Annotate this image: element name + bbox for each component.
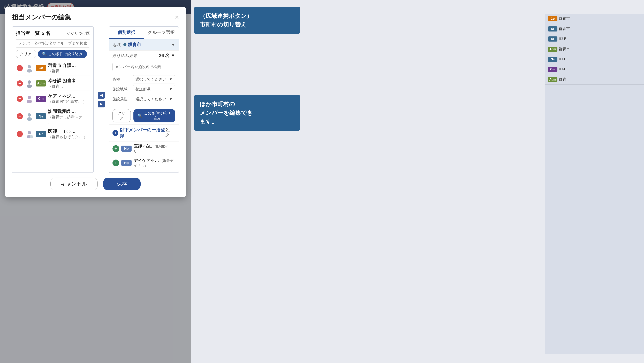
bg-list-item: Adm群青市 xyxy=(545,44,644,54)
svg-point-5 xyxy=(26,100,32,103)
member-info: 医師 （○○… （群青あおぞらク… ） xyxy=(48,128,87,139)
search-icon-right: 🔍 xyxy=(138,114,142,118)
region-label: 地域 xyxy=(112,42,121,47)
svg-point-3 xyxy=(26,84,32,88)
member-name: 訪問看護師 … xyxy=(48,108,89,114)
avatar xyxy=(25,112,34,121)
candidate-info: 医師 ○△□ （IIJ-BDクリ… ） xyxy=(134,144,175,154)
annotation-box-1: （広域連携ボタン） 市町村の切り替え xyxy=(194,7,300,34)
role-badge: Co xyxy=(36,65,46,71)
left-panel-header: 担当者一覧 5 名 かかりつけ医 xyxy=(16,30,90,37)
right-panel: 個別選択 グループ選択 地域 群青市 ▼ 絞り込み結果 26 名 ▼ 職種 xyxy=(109,26,179,173)
svg-point-4 xyxy=(28,96,31,99)
remove-member-button[interactable]: − xyxy=(17,96,23,102)
filter-select[interactable]: 選択してください ▼ xyxy=(133,95,175,103)
bg-list-item: NsIIJ-B... xyxy=(545,54,644,64)
right-filter-row: クリア 🔍 この条件で絞り込み xyxy=(109,107,178,125)
bg-badge: Adm xyxy=(548,77,558,82)
search-icon: 🔍 xyxy=(42,52,47,56)
region-name: 群青市 xyxy=(128,42,141,48)
right-clear-button[interactable]: クリア xyxy=(112,109,131,122)
bg-list-item: Co群青市 xyxy=(545,14,644,24)
candidate-list: + Hp 医師 ○△□ （IIJ-BDクリ… ） + Hp デイケアセ… （群青… xyxy=(109,141,178,172)
chevron-down-icon: ▼ xyxy=(169,97,173,101)
member-list: − Co 群青市 介護… （群青… ） − Adm 幸せ課 担当者 （群青… ）… xyxy=(16,61,90,169)
cancel-button[interactable]: キャンセル xyxy=(50,178,98,190)
modal-title: 担当メンバーの編集 xyxy=(12,13,71,22)
member-item: − Co 群青市 介護… （群青… ） xyxy=(16,61,90,75)
candidate-item: + Hp 医師 ○△□ （IIJ-BDクリ… ） xyxy=(112,141,175,156)
candidate-role-badge: Hp xyxy=(121,146,132,152)
arrow-left-button[interactable]: ◀ xyxy=(98,92,105,99)
candidate-info: △△ 在宅ク… （群青在宅クリ… ） xyxy=(134,172,175,172)
left-search-input[interactable] xyxy=(16,39,90,47)
tabs-row: 個別選択 グループ選択 xyxy=(109,27,178,39)
arrow-buttons: ◀ ▶ xyxy=(97,26,105,173)
candidate-name: 医師 ○△□ xyxy=(134,144,152,148)
bg-badge: Dr xyxy=(548,36,558,41)
filter-field-row: 職種 選択してください ▼ xyxy=(112,75,175,83)
close-button[interactable]: × xyxy=(175,14,179,21)
svg-point-0 xyxy=(28,65,31,68)
bg-list-item: DrIIJ-B... xyxy=(545,34,644,44)
right-filter-button[interactable]: 🔍 この条件で絞り込み xyxy=(134,109,175,122)
candidate-name: デイケアセ… xyxy=(134,158,159,163)
role-badge: Adm xyxy=(36,80,46,86)
right-search-input[interactable] xyxy=(112,63,175,71)
avatar xyxy=(25,130,34,138)
filter-select[interactable]: 都道府県 ▼ xyxy=(133,85,175,93)
result-count: 26 名 ▼ xyxy=(159,53,175,58)
member-item: − Dr 医師 （○○… （群青あおぞらク… ） xyxy=(16,127,90,141)
bg-badge: Dr xyxy=(548,26,558,31)
annotation-line4: メンバーを編集でき xyxy=(200,108,294,117)
annotation-line2: 市町村の切り替え xyxy=(200,20,294,29)
filter-select[interactable]: 選択してください ▼ xyxy=(133,75,175,83)
add-member-button[interactable]: + xyxy=(112,160,119,166)
member-org: （群青あおぞらク… ） xyxy=(48,134,87,139)
svg-point-6 xyxy=(28,113,31,117)
candidate-item: + Hp デイケアセ… （群青デイサ… ） xyxy=(112,156,175,170)
filter-field-label: 施設属性 xyxy=(112,96,133,102)
remove-member-button[interactable]: − xyxy=(17,65,23,71)
region-row: 地域 群青市 ▼ xyxy=(109,39,178,50)
chevron-down-icon: ▼ xyxy=(169,77,173,81)
left-clear-button[interactable]: クリア xyxy=(16,50,36,58)
arrow-right-button[interactable]: ▶ xyxy=(98,101,105,107)
tab-individual[interactable]: 個別選択 xyxy=(109,27,144,39)
bg-badge: Ns xyxy=(548,57,558,62)
result-row: 絞り込み結果 26 名 ▼ xyxy=(109,50,178,61)
left-filter-button[interactable]: 🔍 この条件で絞り込み xyxy=(38,50,87,58)
add-member-button[interactable]: + xyxy=(112,145,119,152)
remove-member-button[interactable]: − xyxy=(17,131,23,137)
member-name: 群青市 介護… xyxy=(48,62,76,68)
result-arrow-icon: ▼ xyxy=(171,53,175,58)
remove-member-button[interactable]: − xyxy=(17,80,23,86)
annotation-line3: ほか市町村の xyxy=(200,100,294,108)
bg-list: Co群青市Dr群青市DrIIJ-B...Adm群青市NsIIJ-B...CmII… xyxy=(545,14,644,354)
svg-point-7 xyxy=(26,117,32,121)
panel-title: 担当者一覧 xyxy=(16,30,40,37)
tab-group[interactable]: グループ選択 xyxy=(144,27,178,39)
annotation-area: （広域連携ボタン） 市町村の切り替え ほか市町村の メンバーを編集でき ます。 xyxy=(194,7,300,131)
candidate-paren: ） xyxy=(144,164,148,167)
role-badge: Dr xyxy=(36,131,46,137)
member-item: − Adm 幸せ課 担当者 （群青… ） xyxy=(16,76,90,91)
member-org: （群青デモ訪看ステ… ） xyxy=(48,114,89,124)
role-badge: Ns xyxy=(36,113,46,119)
save-button[interactable]: 保存 xyxy=(103,178,140,190)
panel-count: 5 名 xyxy=(42,30,50,37)
region-dot xyxy=(124,43,126,46)
bg-list-item: Adm群青市 xyxy=(545,74,644,85)
chevron-down-icon[interactable]: ▼ xyxy=(171,42,175,47)
bulk-add-button[interactable]: + 以下メンバーの一括登録 xyxy=(112,127,166,139)
filter-select-value: 選択してください xyxy=(136,96,166,102)
member-org: （群青… ） xyxy=(48,84,76,89)
member-name: 幸せ課 担当者 xyxy=(48,78,76,84)
remove-member-button[interactable]: − xyxy=(17,113,23,119)
bg-list-item: Dr群青市 xyxy=(545,24,644,34)
member-org: （群青… ） xyxy=(48,68,76,73)
left-filter-row: クリア 🔍 この条件で絞り込み xyxy=(16,50,90,58)
filter-field-label: 施設地域 xyxy=(112,87,133,92)
role-badge: Cm xyxy=(36,96,46,102)
avatar xyxy=(25,64,34,72)
